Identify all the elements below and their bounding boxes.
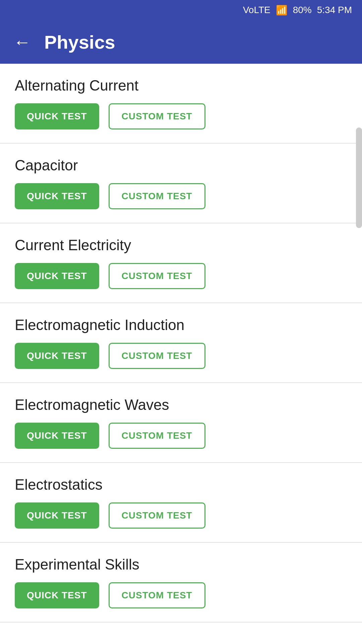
- topics-list: Alternating CurrentQUICK TESTCUSTOM TEST…: [0, 64, 362, 623]
- quick-test-button[interactable]: QUICK TEST: [15, 582, 99, 608]
- custom-test-button[interactable]: CUSTOM TEST: [109, 423, 205, 449]
- topic-item: CapacitorQUICK TESTCUSTOM TEST: [0, 144, 362, 223]
- topic-item: Experimental SkillsQUICK TESTCUSTOM TEST: [0, 543, 362, 623]
- topic-name: Experimental Skills: [15, 556, 347, 573]
- topic-name: Electromagnetic Waves: [15, 396, 347, 413]
- topic-name: Alternating Current: [15, 77, 347, 94]
- button-row: QUICK TESTCUSTOM TEST: [15, 423, 347, 449]
- custom-test-button[interactable]: CUSTOM TEST: [109, 183, 205, 209]
- topic-name: Capacitor: [15, 157, 347, 174]
- topic-item: ElectrostaticsQUICK TESTCUSTOM TEST: [0, 463, 362, 543]
- custom-test-button[interactable]: CUSTOM TEST: [109, 343, 205, 369]
- custom-test-button[interactable]: CUSTOM TEST: [109, 582, 205, 608]
- custom-test-button[interactable]: CUSTOM TEST: [109, 502, 205, 529]
- topic-name: Electrostatics: [15, 476, 347, 493]
- status-bar: VoLTE 📶 80% 5:34 PM: [0, 0, 362, 20]
- topic-item: Current ElectricityQUICK TESTCUSTOM TEST: [0, 223, 362, 303]
- page-title: Physics: [44, 31, 115, 53]
- topic-item: Electromagnetic InductionQUICK TESTCUSTO…: [0, 303, 362, 383]
- quick-test-button[interactable]: QUICK TEST: [15, 423, 99, 449]
- app-header: ← Physics: [0, 20, 362, 64]
- signal-indicator: VoLTE: [243, 5, 270, 15]
- custom-test-button[interactable]: CUSTOM TEST: [109, 263, 205, 289]
- button-row: QUICK TESTCUSTOM TEST: [15, 103, 347, 129]
- quick-test-button[interactable]: QUICK TEST: [15, 502, 99, 529]
- custom-test-button[interactable]: CUSTOM TEST: [109, 103, 205, 129]
- back-button[interactable]: ←: [13, 33, 31, 51]
- battery-indicator: 80%: [293, 5, 312, 15]
- quick-test-button[interactable]: QUICK TEST: [15, 343, 99, 369]
- quick-test-button[interactable]: QUICK TEST: [15, 183, 99, 209]
- topic-name: Electromagnetic Induction: [15, 317, 347, 333]
- wifi-icon: 📶: [276, 5, 288, 16]
- scroll-indicator[interactable]: [356, 127, 362, 228]
- quick-test-button[interactable]: QUICK TEST: [15, 103, 99, 129]
- button-row: QUICK TESTCUSTOM TEST: [15, 183, 347, 209]
- button-row: QUICK TESTCUSTOM TEST: [15, 263, 347, 289]
- time-display: 5:34 PM: [317, 5, 352, 15]
- quick-test-button[interactable]: QUICK TEST: [15, 263, 99, 289]
- topic-name: Current Electricity: [15, 237, 347, 254]
- button-row: QUICK TESTCUSTOM TEST: [15, 582, 347, 608]
- button-row: QUICK TESTCUSTOM TEST: [15, 502, 347, 529]
- topic-item: Alternating CurrentQUICK TESTCUSTOM TEST: [0, 64, 362, 144]
- button-row: QUICK TESTCUSTOM TEST: [15, 343, 347, 369]
- topic-item: Electromagnetic WavesQUICK TESTCUSTOM TE…: [0, 383, 362, 463]
